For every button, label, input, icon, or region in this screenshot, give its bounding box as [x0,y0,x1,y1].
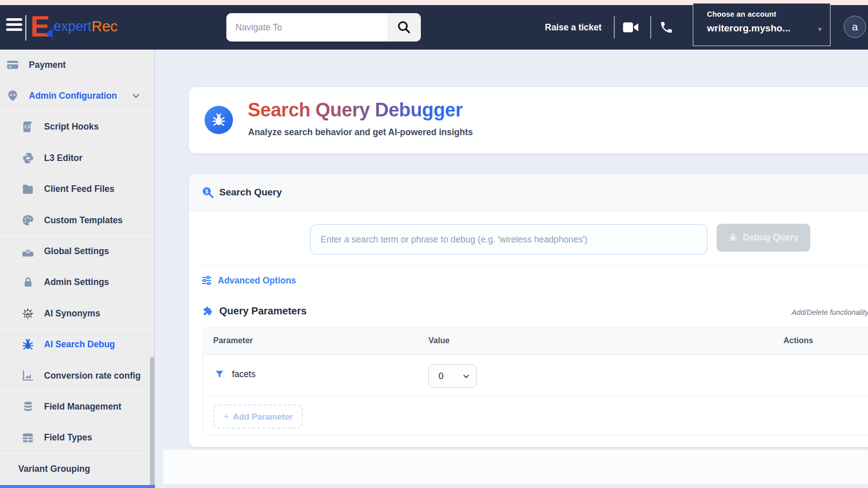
bug-icon [211,112,226,128]
chevron-down-icon[interactable] [132,92,140,102]
search-query-input[interactable] [310,224,707,255]
chevron-down-icon: ▼ [817,26,823,33]
raise-a-ticket-link[interactable]: Raise a ticket [545,22,602,33]
sidebar-item-field-management[interactable]: Field Management [0,391,154,422]
database-icon [22,400,34,413]
lock-icon [22,276,34,289]
inbox-in-icon [21,245,34,258]
sidebar-item-script-hooks[interactable]: Script Hooks [0,112,154,143]
sidebar-item-field-types[interactable]: Field Types [0,423,154,454]
page-title: Search Query Debugger [248,99,463,121]
search-query-heading: Search Query [219,187,282,198]
column-header-parameter: Parameter [213,336,253,345]
navigate-to-search [226,13,421,42]
query-parameters-table: Parameter Value Actions facets 0 + Add P… [203,327,868,435]
sidebar-item-admin-settings[interactable]: Admin Settings [0,267,154,298]
column-header-actions: Actions [783,336,813,345]
debugger-badge [205,106,233,134]
chart-icon [21,369,34,382]
table-header-row: Parameter Value Actions [203,328,868,355]
sidebar-item-payment[interactable]: Payment [0,50,154,80]
sidebar-item-admin-configuration[interactable]: Admin Configuration [0,80,154,111]
ai-chip-icon: AI [21,307,34,320]
sidebar-item-conversion-rate-config[interactable]: Conversion rate config [0,360,154,391]
account-selector-label: Choose an account [707,10,821,18]
bug-icon [21,338,34,351]
topbar-divider [25,15,26,40]
sliders-icon [201,274,213,287]
navigate-to-input[interactable] [226,13,387,42]
sidebar-item-custom-templates[interactable]: Custom Templates [0,205,154,236]
bug-icon [728,233,738,242]
phone-icon [659,20,674,34]
logo-text-expert: expert [54,19,92,34]
puzzle-piece-icon [202,305,213,317]
page-subtitle: Analyze search behavior and get AI-power… [248,127,473,138]
hamburger-menu-icon[interactable] [6,18,22,32]
add-delete-note: Add/Delete functionality [792,308,868,316]
search-query-card-header: $ Search Query [189,174,868,211]
account-selector[interactable]: Choose an account writerorg.mysho... ▼ [693,3,831,46]
video-camera-icon [622,20,640,34]
query-parameters-heading: Query Parameters [202,305,306,317]
navbar-search-button[interactable] [387,13,421,42]
search-dollar-icon: $ [201,186,215,199]
svg-text:AI: AI [26,311,30,316]
debug-query-button[interactable]: Debug Query [717,224,810,252]
credit-card-icon [6,58,19,71]
phone-call-button[interactable] [657,19,676,35]
python-icon [22,152,34,165]
chevron-down-icon [463,373,469,380]
script-icon [22,120,34,133]
filter-funnel-icon [214,369,225,380]
alien-icon [6,89,19,103]
sidebar-item-ai-search-debug[interactable]: AI Search Debug [0,330,154,360]
add-parameter-button[interactable]: + Add Parameter [213,404,303,429]
palette-icon [21,214,34,227]
column-header-value: Value [428,336,450,345]
logo-e-glyph: E [30,12,49,41]
sidebar-item-l3-editor[interactable]: L3 Editor [0,143,154,174]
logo-arrow-icon [45,29,53,38]
video-call-button[interactable] [621,19,641,35]
advanced-options-toggle[interactable]: Advanced Options [201,274,296,287]
section-divider [201,265,868,265]
content-lower-panel [163,448,868,484]
sidebar-scrollbar[interactable] [150,357,154,488]
logo-text-rec: Rec [92,18,118,35]
topbar-divider [650,16,651,38]
svg-text:$: $ [205,188,208,194]
account-selector-value: writerorg.mysho... [707,23,821,34]
parameter-name: facets [232,369,256,380]
sidebar: Payment Admin Configuration Script Hooks… [0,50,155,488]
page-header-card: Search Query Debugger Analyze search beh… [189,87,868,153]
plus-icon: + [223,411,229,422]
search-query-card: $ Search Query Debug Query Advanced Opti… [189,174,868,447]
horizontal-scrollbar-thumb[interactable] [0,485,155,488]
table-icon [21,431,34,444]
folder-icon [21,183,34,196]
search-icon [397,20,412,35]
table-footer: + Add Parameter [203,397,868,435]
sidebar-item-ai-synonyms[interactable]: AI AI Synonyms [0,298,154,329]
sidebar-item-client-feed-files[interactable]: Client Feed Files [0,174,154,205]
sidebar-item-variant-grouping[interactable]: Variant Grouping [0,454,154,484]
avatar[interactable]: a [844,16,866,38]
sidebar-item-global-settings[interactable]: Global Settings [0,236,154,267]
parameter-value-select[interactable]: 0 [428,364,477,388]
table-row: facets 0 [203,355,868,397]
app-logo[interactable]: E expertRec [30,12,117,40]
topbar-divider [614,16,615,38]
